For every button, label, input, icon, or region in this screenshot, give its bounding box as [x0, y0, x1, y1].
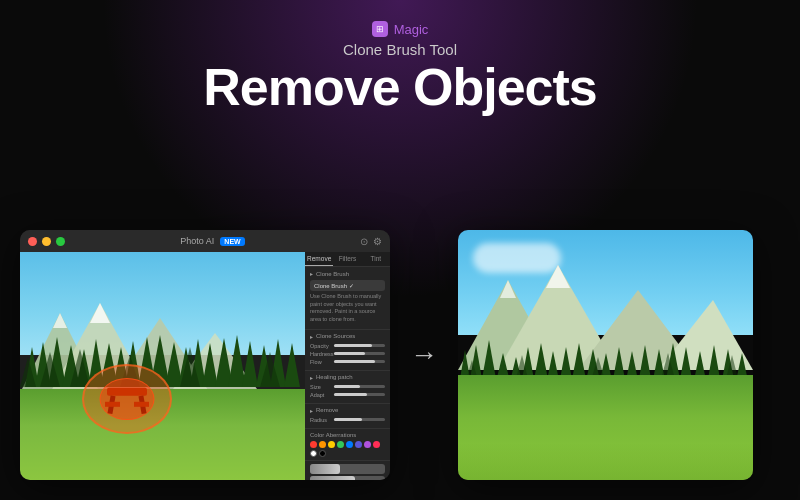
svg-marker-20: [202, 343, 218, 387]
result-landscape: [458, 230, 753, 480]
radius-slider[interactable]: [334, 418, 385, 421]
magic-text: Magic: [394, 22, 429, 37]
section-title: ▸ Clone Brush: [310, 270, 385, 277]
opacity-fill: [334, 344, 372, 347]
opacity-row: Opacity: [310, 343, 385, 349]
arrow: →: [410, 339, 438, 371]
hardness-label: Hardness: [310, 351, 332, 357]
clone-brush-section: ▸ Clone Brush Clone Brush ✓ Use Clone Br…: [305, 267, 390, 330]
color-dot-green[interactable]: [337, 441, 344, 448]
healing-section: ▸ Healing patch Size Adapt: [305, 371, 390, 404]
preview-slider-1[interactable]: [310, 464, 385, 474]
remove-section: ▸ Remove Radius: [305, 404, 390, 429]
app-content: + Remove Filters: [20, 252, 390, 480]
share-icon[interactable]: ⊙: [360, 236, 368, 247]
flow-slider[interactable]: [334, 360, 385, 363]
screenshot-right: [458, 230, 753, 480]
color-dot-red[interactable]: [310, 441, 317, 448]
clone-brush-item[interactable]: Clone Brush ✓: [310, 280, 385, 291]
landscape-image: [20, 252, 305, 480]
size-label: Size: [310, 384, 332, 390]
color-dot-blue[interactable]: [346, 441, 353, 448]
color-dot-purple[interactable]: [355, 441, 362, 448]
clone-overlay: [77, 359, 177, 439]
screenshots-container: Photo AI NEW ⊙ ⚙: [20, 230, 780, 480]
clone-sources-label: Clone Sources: [316, 333, 355, 339]
flow-row: Flow: [310, 359, 385, 365]
maximize-button[interactable]: [56, 237, 65, 246]
flow-label: Flow: [310, 359, 332, 365]
svg-marker-22: [228, 335, 246, 387]
remove-label: Remove: [316, 407, 338, 413]
subtitle: Clone Brush Tool: [0, 41, 800, 58]
tab-tint[interactable]: Tint: [362, 252, 390, 266]
table-top: [107, 388, 147, 396]
clone-sources-title: ▸ Clone Sources: [310, 333, 385, 340]
section-label: Clone Brush: [316, 271, 349, 277]
minimize-button[interactable]: [42, 237, 51, 246]
color-dot-pink[interactable]: [373, 441, 380, 448]
table-bench-right: [134, 402, 149, 407]
main-title: Remove Objects: [0, 60, 800, 115]
svg-marker-26: [284, 343, 300, 387]
svg-marker-37: [546, 265, 570, 288]
section-icon: ▸: [310, 270, 313, 277]
titlebar-center: Photo AI NEW: [70, 236, 355, 246]
hardness-slider[interactable]: [334, 352, 385, 355]
tab-remove[interactable]: Remove: [305, 252, 333, 266]
svg-marker-38: [500, 280, 516, 298]
titlebar-icons: ⊙ ⚙: [360, 236, 382, 247]
opacity-label: Opacity: [310, 343, 332, 349]
panel-tabs: Remove Filters Tint: [305, 252, 390, 267]
settings-icon[interactable]: ⚙: [373, 236, 382, 247]
size-slider[interactable]: [334, 385, 385, 388]
main-image-area[interactable]: +: [20, 252, 305, 480]
clone-description: Use Clone Brush to manually paint over o…: [310, 293, 385, 324]
radius-label: Radius: [310, 417, 332, 423]
color-title: Color Aberrations: [310, 432, 385, 438]
adapt-label: Adapt: [310, 392, 332, 398]
color-dot-orange[interactable]: [319, 441, 326, 448]
color-dot-black[interactable]: [319, 450, 326, 457]
app-titlebar: Photo AI NEW ⊙ ⚙: [20, 230, 390, 252]
hardness-fill: [334, 352, 365, 355]
screenshot-left: Photo AI NEW ⊙ ⚙: [20, 230, 390, 480]
color-palette: [310, 441, 385, 457]
result-grass-detail: [458, 443, 753, 481]
picnic-table: [105, 388, 149, 416]
svg-marker-23: [242, 341, 258, 387]
adapt-slider[interactable]: [334, 393, 385, 396]
svg-marker-5: [53, 313, 67, 328]
close-button[interactable]: [28, 237, 37, 246]
remove-title: ▸ Remove: [310, 407, 385, 414]
right-panel: Remove Filters Tint: [305, 252, 390, 480]
healing-label: Healing patch: [316, 374, 353, 380]
new-tag: NEW: [220, 237, 244, 246]
opacity-slider[interactable]: [334, 344, 385, 347]
color-section: Color Aberrations: [305, 429, 390, 461]
tab-filters[interactable]: Filters: [333, 252, 361, 266]
app-name-label: Photo AI: [180, 236, 214, 246]
svg-marker-4: [90, 303, 110, 323]
flow-fill: [334, 360, 375, 363]
preview-sliders-section: [305, 461, 390, 480]
healing-title: ▸ Healing patch: [310, 374, 385, 381]
magic-icon: ⊞: [372, 21, 388, 37]
magic-label: ⊞ Magic: [372, 21, 429, 37]
hardness-row: Hardness: [310, 351, 385, 357]
color-dot-yellow[interactable]: [328, 441, 335, 448]
color-dot-violet[interactable]: [364, 441, 371, 448]
color-dot-white[interactable]: [310, 450, 317, 457]
clone-sources-section: ▸ Clone Sources Opacity Hardness: [305, 330, 390, 371]
header: ⊞ Magic Clone Brush Tool Remove Objects: [0, 18, 800, 115]
table-bench-left: [105, 402, 120, 407]
preview-slider-2[interactable]: [310, 476, 385, 480]
